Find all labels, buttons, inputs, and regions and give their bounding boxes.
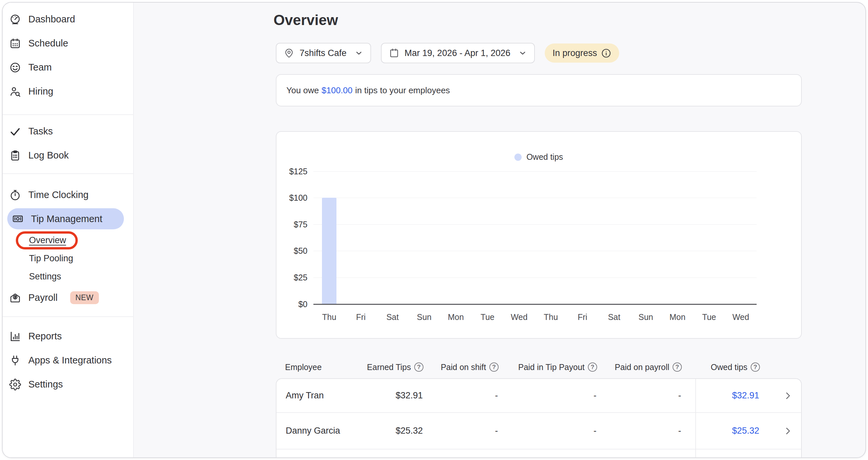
x-axis-label: Fri <box>356 312 366 322</box>
sidebar-item-tasks[interactable]: Tasks <box>3 119 133 143</box>
x-axis-label: Tue <box>702 312 716 322</box>
notice-prefix: You owe <box>286 85 319 96</box>
help-icon[interactable]: ? <box>489 363 499 372</box>
sidebar-item-team[interactable]: Team <box>3 55 133 80</box>
row-detail-button[interactable] <box>783 379 793 412</box>
person-search-icon <box>9 86 21 97</box>
sidebar-item-tip-management[interactable]: Tip Management <box>7 208 124 229</box>
sidebar-item-payroll[interactable]: PayrollNEW <box>3 286 133 310</box>
sidebar-item-settings[interactable]: Settings <box>3 372 133 396</box>
clipboard-icon <box>9 150 21 161</box>
chevron-right-icon <box>783 391 793 401</box>
date-range-select[interactable]: Mar 19, 2026 - Apr 1, 2026 <box>381 43 535 63</box>
tips-owed-notice: You owe $100.00 in tips to your employee… <box>276 74 802 106</box>
sidebar-item-label: Payroll <box>28 292 58 303</box>
x-axis-label: Thu <box>544 312 558 322</box>
sidebar-subitem-overview[interactable]: Overview <box>3 231 133 249</box>
chart-gridline <box>313 224 756 225</box>
y-axis-label: $75 <box>277 219 307 229</box>
y-axis-label: $0 <box>277 300 307 309</box>
sidebar-item-time-clocking[interactable]: Time Clocking <box>3 183 133 207</box>
chart-gridline <box>313 251 756 251</box>
x-axis-label: Tue <box>480 312 494 322</box>
sidebar: DashboardScheduleTeamHiringTasksLog Book… <box>3 3 134 457</box>
bar-chart-icon <box>9 331 21 342</box>
column-header-label: Owed tips <box>711 363 747 372</box>
x-axis-label: Wed <box>511 312 528 322</box>
status-badge-label: In progress <box>553 48 597 58</box>
help-icon[interactable]: ? <box>414 363 424 372</box>
x-axis-label: Sat <box>608 312 621 322</box>
x-axis-label: Thu <box>322 312 336 322</box>
sidebar-item-label: Tasks <box>28 126 53 137</box>
envelope-dollar-icon <box>9 292 21 304</box>
row-detail-button[interactable] <box>783 413 793 449</box>
table-row[interactable] <box>277 450 801 458</box>
page-title: Overview <box>274 12 338 28</box>
sidebar-divider <box>3 173 133 174</box>
employee-name-cell: Amy Tran <box>286 379 324 412</box>
sidebar-item-label: Log Book <box>28 150 69 161</box>
sidebar-item-label: Team <box>28 62 52 73</box>
check-icon <box>9 126 21 137</box>
help-icon[interactable]: ? <box>673 363 682 372</box>
new-badge: NEW <box>70 291 99 304</box>
calendar-icon <box>389 48 399 58</box>
owed-column-divider <box>695 379 696 458</box>
column-header-employee: Employee <box>285 359 322 375</box>
smiley-icon <box>9 62 21 73</box>
x-axis-label: Fri <box>578 312 587 322</box>
location-pin-icon <box>284 48 294 58</box>
help-icon[interactable]: ? <box>588 363 597 372</box>
table-row[interactable]: Amy Tran$32.91---$32.91 <box>277 379 801 413</box>
plug-icon <box>9 355 21 366</box>
column-header-owed-tips: Owed tips? <box>711 359 760 375</box>
column-header-label: Paid in Tip Payout <box>518 363 585 372</box>
chart-legend: Owed tips <box>277 152 801 162</box>
sidebar-item-schedule[interactable]: Schedule <box>3 31 133 55</box>
sidebar-subitem-label: Settings <box>29 272 61 282</box>
employee-tips-table: Amy Tran$32.91---$32.91Danny Garcia$25.3… <box>276 378 802 458</box>
column-header-paid-on-shift: Paid on shift? <box>441 359 499 375</box>
sidebar-item-label: Settings <box>28 379 63 390</box>
gear-icon <box>9 378 21 391</box>
sidebar-item-label: Schedule <box>28 38 68 49</box>
sidebar-subitem-label: Overview <box>29 235 66 245</box>
help-icon[interactable]: ? <box>751 363 760 372</box>
sidebar-item-label: Reports <box>28 331 62 342</box>
paid-in-tip-payout-cell: - <box>593 413 596 449</box>
status-badge: In progress <box>545 43 619 63</box>
sidebar-item-dashboard[interactable]: Dashboard <box>3 7 133 31</box>
x-axis-label: Sun <box>417 312 431 322</box>
sidebar-item-log-book[interactable]: Log Book <box>3 143 133 167</box>
chart-gridline <box>313 277 756 278</box>
location-select[interactable]: 7shifts Cafe <box>276 43 371 63</box>
sidebar-item-label: Time Clocking <box>28 189 89 200</box>
chart-gridline <box>313 198 756 198</box>
sidebar-subitem-settings[interactable]: Settings <box>3 268 133 286</box>
sidebar-item-reports[interactable]: Reports <box>3 324 133 348</box>
chart-gridline <box>313 171 756 172</box>
x-axis-label: Sun <box>639 312 653 322</box>
column-header-earned-tips: Earned Tips? <box>367 359 424 375</box>
sidebar-item-apps-integrations[interactable]: Apps & Integrations <box>3 348 133 372</box>
table-header: EmployeeEarned Tips?Paid on shift?Paid i… <box>276 359 802 375</box>
sidebar-subitem-tip-pooling[interactable]: Tip Pooling <box>3 249 133 268</box>
column-header-label: Paid on payroll <box>615 363 669 372</box>
gauge-icon <box>9 13 21 25</box>
column-header-label: Earned Tips <box>367 363 411 372</box>
chevron-down-icon <box>518 49 527 57</box>
info-icon[interactable] <box>601 48 611 58</box>
table-row[interactable]: Danny Garcia$25.32---$25.32 <box>277 413 801 450</box>
sidebar-item-label: Hiring <box>28 86 53 97</box>
column-header-label: Employee <box>285 363 322 372</box>
column-header-label: Paid on shift <box>441 363 486 372</box>
earned-tips-cell: $32.91 <box>396 379 423 412</box>
x-axis-label: Sat <box>386 312 399 322</box>
paid-on-payroll-cell: - <box>678 413 681 449</box>
sidebar-item-hiring[interactable]: Hiring <box>3 80 133 103</box>
paid-in-tip-payout-cell: - <box>593 379 596 412</box>
sidebar-item-label: Apps & Integrations <box>28 355 112 366</box>
earned-tips-cell: $25.32 <box>396 413 423 449</box>
calendar-icon <box>9 37 21 50</box>
